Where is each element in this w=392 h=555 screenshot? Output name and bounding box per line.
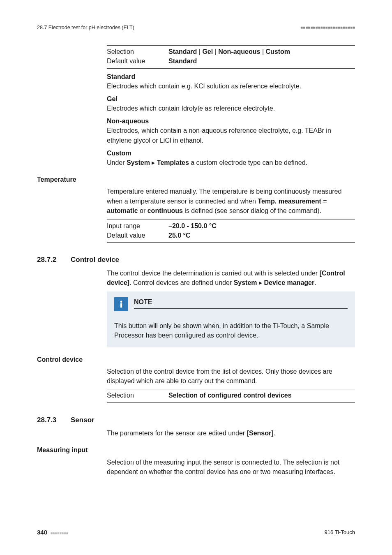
page-content: Selection Standard | Gel | Non-aqueous |…	[37, 45, 355, 476]
section-num: 28.7.3	[37, 415, 71, 426]
info-icon-svg	[117, 300, 126, 309]
opt-standard-block: Standard Electrodes which contain e.g. K…	[107, 72, 355, 91]
temperature-spec: Input range –20.0 - 150.0 °C Default val…	[107, 220, 355, 243]
opt-nonaqueous-title: Non-aqueous	[107, 116, 355, 126]
label-default-temp: Default value	[107, 231, 168, 240]
value-input-range: –20.0 - 150.0 °C	[168, 221, 355, 231]
opt-custom-title: Custom	[107, 148, 355, 158]
btn-sensor: [Sensor]	[247, 430, 274, 437]
opt-standard: Standard	[168, 48, 197, 55]
note-body: This button will only be shown when, in …	[114, 321, 348, 340]
t: a custom electrode type can be defined.	[189, 159, 307, 166]
row-default-temp: Default value 25.0 °C	[107, 231, 355, 240]
note-title: NOTE	[134, 297, 348, 308]
page-header: 28.7 Electrode test for pH electrodes (E…	[37, 24, 355, 31]
row-ctrl-selection: Selection Selection of configured contro…	[107, 391, 355, 400]
control-device-field-label: Control device	[37, 355, 355, 364]
info-icon	[114, 297, 128, 311]
opt-custom-block: Custom Under System ▸ Templates a custom…	[107, 148, 355, 167]
header-ornament: ■■■■■■■■■■■■■■■■■■■■■■	[300, 25, 355, 31]
page-number: 340	[37, 529, 47, 536]
sep: |	[260, 48, 265, 55]
section-control-device-heading: 28.7.2 Control device	[37, 255, 355, 265]
running-head-left: 28.7 Electrode test for pH electrodes (E…	[37, 24, 134, 31]
path-system: System	[234, 279, 257, 286]
label-default: Default value	[107, 56, 168, 66]
opt-gel-body: Electrodes which contain Idrolyte as ref…	[107, 104, 355, 113]
electrode-type-options: Standard Electrodes which contain e.g. K…	[107, 72, 355, 168]
opt-standard-title: Standard	[107, 72, 355, 81]
sep: |	[213, 48, 218, 55]
section-sensor-heading: 28.7.3 Sensor	[37, 415, 355, 426]
opt-nonaqueous-body: Electrodes, which contain a non-aqueous …	[107, 126, 355, 145]
section-title: Control device	[71, 255, 119, 265]
control-device-intro: The control device the determination is …	[107, 268, 355, 287]
section-title: Sensor	[71, 415, 95, 426]
label-ctrl-selection: Selection	[107, 391, 168, 400]
svg-point-0	[120, 301, 122, 303]
path-device-manager: Device manager	[264, 279, 314, 286]
temperature-body: Temperature entered manually. The temper…	[107, 187, 355, 215]
footer-left: 340 ■■■■■■■■	[37, 528, 68, 537]
opt-standard-body: Electrodes which contain e.g. KCl soluti…	[107, 81, 355, 91]
opt-nonaqueous: Non-aqueous	[218, 48, 260, 55]
value-selection: Standard | Gel | Non-aqueous | Custom	[168, 47, 355, 56]
electrode-type-table: Selection Standard | Gel | Non-aqueous |…	[107, 45, 355, 68]
t: . Control devices are defined under	[129, 279, 233, 286]
opt-gel: Gel	[202, 48, 213, 55]
opt-nonaqueous-block: Non-aqueous Electrodes, which contain a …	[107, 116, 355, 145]
path-system: System	[127, 159, 150, 166]
control-device-spec: Selection Selection of configured contro…	[107, 389, 355, 402]
opt-gel-block: Gel Electrodes which contain Idrolyte as…	[107, 94, 355, 113]
footer-ornament: ■■■■■■■■	[51, 531, 69, 535]
control-device-table: Selection Selection of configured contro…	[107, 389, 355, 402]
note-box: NOTE This button will only be shown when…	[107, 291, 355, 347]
footer-right: 916 Ti-Touch	[325, 529, 355, 536]
t: or	[138, 207, 148, 214]
temperature-label: Temperature	[37, 175, 355, 184]
row-default: Default value Standard	[107, 56, 355, 66]
t: is defined (see sensor dialog of the com…	[183, 207, 321, 214]
t: .	[274, 430, 275, 437]
measuring-input-label: Measuring input	[37, 445, 355, 455]
opt-custom: Custom	[266, 48, 291, 55]
control-device-field-body: Selection of the control device from the…	[107, 367, 355, 386]
t: The parameters for the sensor are edited…	[107, 430, 247, 437]
svg-rect-1	[120, 303, 122, 308]
t: .	[314, 279, 316, 286]
sep: |	[197, 48, 202, 55]
sensor-intro: The parameters for the sensor are edited…	[107, 428, 355, 438]
t: =	[321, 198, 327, 205]
t: Under	[107, 159, 127, 166]
section-num: 28.7.2	[37, 255, 71, 265]
measuring-input-body: Selection of the measuring input the sen…	[107, 458, 355, 476]
b: automatic	[107, 207, 138, 214]
b: continuous	[148, 207, 183, 214]
row-input-range: Input range –20.0 - 150.0 °C	[107, 221, 355, 231]
path-templates: Templates	[157, 159, 189, 166]
electrode-type-spec: Selection Standard | Gel | Non-aqueous |…	[107, 45, 355, 167]
opt-gel-title: Gel	[107, 94, 355, 104]
path-arrow: ▸	[150, 159, 157, 166]
value-ctrl-selection: Selection of configured control devices	[168, 391, 355, 400]
label-selection: Selection	[107, 47, 168, 56]
opt-custom-body: Under System ▸ Templates a custom electr…	[107, 158, 355, 167]
label-input-range: Input range	[107, 221, 168, 231]
value-default-temp: 25.0 °C	[168, 231, 355, 240]
path-arrow: ▸	[257, 279, 264, 286]
note-title-wrap: NOTE	[134, 297, 348, 313]
note-head: NOTE	[114, 297, 348, 313]
t: The control device the determination is …	[107, 270, 320, 277]
temperature-table: Input range –20.0 - 150.0 °C Default val…	[107, 220, 355, 243]
page-footer: 340 ■■■■■■■■ 916 Ti-Touch	[37, 528, 355, 537]
b: Temp. measurement	[258, 198, 321, 205]
row-selection: Selection Standard | Gel | Non-aqueous |…	[107, 47, 355, 56]
value-default: Standard	[168, 56, 355, 66]
